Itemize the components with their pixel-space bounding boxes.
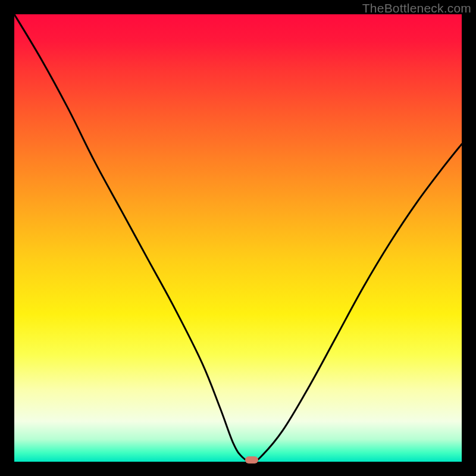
watermark-text: TheBottleneck.com <box>362 1 471 15</box>
plot-area <box>14 14 462 462</box>
curve-path <box>14 14 462 462</box>
chart-canvas: TheBottleneck.com <box>0 0 476 476</box>
bottleneck-curve <box>14 14 462 462</box>
optimum-marker <box>245 456 258 464</box>
